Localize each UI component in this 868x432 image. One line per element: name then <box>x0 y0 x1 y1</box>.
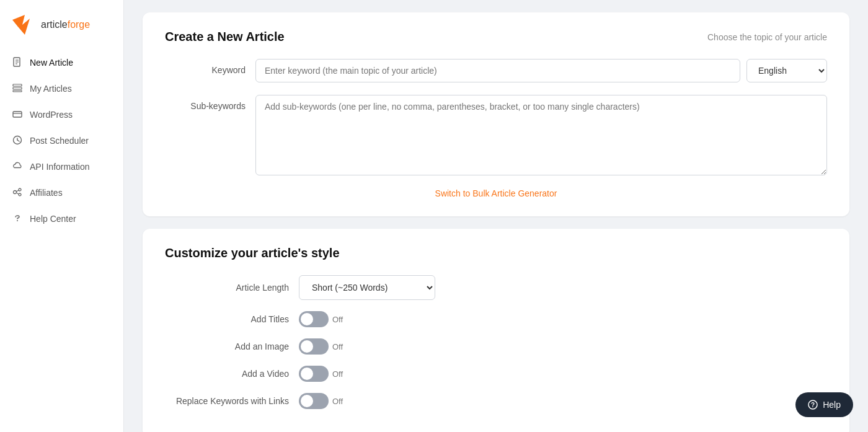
add-video-off-text: Off <box>332 369 343 379</box>
clock-icon <box>12 135 24 146</box>
add-video-slider <box>299 366 329 382</box>
add-image-slider <box>299 338 329 355</box>
replace-keywords-toggle[interactable] <box>299 393 329 409</box>
add-video-toggle-wrap: Off <box>299 366 343 382</box>
sidebar-item-wordpress[interactable]: WordPress <box>0 102 123 128</box>
svg-line-17 <box>17 193 19 194</box>
replace-keywords-label: Replace Keywords with Links <box>165 395 289 407</box>
subkeywords-label: Sub-keywords <box>165 95 246 111</box>
sidebar-item-label-api-information: API Information <box>30 162 90 172</box>
sidebar-item-label-new-article: New Article <box>30 58 73 68</box>
logo-area: articleforge <box>0 10 123 50</box>
help-circle-icon: ? <box>808 400 818 410</box>
sidebar-item-label-post-scheduler: Post Scheduler <box>30 136 89 146</box>
replace-keywords-row: Replace Keywords with Links Off <box>165 393 827 409</box>
keyword-input[interactable] <box>255 59 740 82</box>
sidebar-item-post-scheduler[interactable]: Post Scheduler <box>0 128 123 154</box>
main-content: Create a New Article Choose the topic of… <box>124 0 868 432</box>
create-card-title: Create a New Article <box>165 30 285 44</box>
subkeywords-row: Sub-keywords <box>165 95 827 175</box>
language-select[interactable]: EnglishSpanishFrenchGermanItalianPortugu… <box>746 59 827 82</box>
document-icon <box>12 57 24 68</box>
svg-line-16 <box>17 190 19 192</box>
switch-to-bulk-link[interactable]: Switch to Bulk Article Generator <box>435 188 557 198</box>
add-titles-toggle[interactable] <box>299 311 329 327</box>
sidebar-item-label-help-center: Help Center <box>30 214 76 224</box>
affiliates-icon <box>12 187 24 198</box>
svg-text:?: ? <box>811 402 815 408</box>
add-video-toggle[interactable] <box>299 366 329 382</box>
keyword-row: Keyword EnglishSpanishFrenchGermanItalia… <box>165 59 827 82</box>
nav-list: New Article My Articles WordPress Post S… <box>0 50 123 232</box>
create-article-card: Create a New Article Choose the topic of… <box>143 12 849 216</box>
customize-card-title: Customize your article's style <box>165 246 340 260</box>
add-image-toggle-wrap: Off <box>299 338 343 355</box>
add-titles-row: Add Titles Off <box>165 311 827 327</box>
add-titles-off-text: Off <box>332 315 343 324</box>
add-image-off-text: Off <box>332 342 343 351</box>
svg-point-13 <box>14 191 17 194</box>
svg-rect-5 <box>13 84 22 86</box>
replace-keywords-off-text: Off <box>332 397 343 406</box>
switch-link-wrap: Switch to Bulk Article Generator <box>165 188 827 199</box>
sidebar-item-api-information[interactable]: API Information <box>0 154 123 180</box>
article-length-label: Article Length <box>165 283 289 293</box>
svg-rect-7 <box>13 90 22 92</box>
sidebar-item-label-wordpress: WordPress <box>30 110 73 120</box>
replace-keywords-toggle-wrap: Off <box>299 393 343 409</box>
svg-marker-0 <box>12 15 30 35</box>
sidebar: articleforge New Article My Articles Wor… <box>0 0 124 432</box>
article-length-select[interactable]: Short (~250 Words)Medium (~500 Words)Lon… <box>299 275 435 300</box>
sidebar-item-label-affiliates: Affiliates <box>30 188 63 198</box>
svg-point-18 <box>17 220 18 221</box>
add-image-row: Add an Image Off <box>165 338 827 355</box>
sidebar-item-label-my-articles: My Articles <box>30 84 72 94</box>
logo-icon <box>12 15 37 35</box>
article-length-row: Article Length Short (~250 Words)Medium … <box>165 275 827 300</box>
replace-keywords-slider <box>299 393 329 409</box>
svg-point-14 <box>19 188 21 191</box>
help-icon <box>12 213 24 224</box>
add-titles-label: Add Titles <box>165 314 289 324</box>
add-video-label: Add a Video <box>165 369 289 379</box>
wordpress-icon <box>12 109 24 120</box>
cloud-icon <box>12 161 24 172</box>
help-button[interactable]: ? Help <box>795 392 853 417</box>
customize-card-header: Customize your article's style <box>165 246 827 260</box>
svg-point-15 <box>19 193 21 196</box>
sidebar-item-my-articles[interactable]: My Articles <box>0 76 123 102</box>
add-video-row: Add a Video Off <box>165 366 827 382</box>
sidebar-item-new-article[interactable]: New Article <box>0 50 123 76</box>
add-image-label: Add an Image <box>165 342 289 351</box>
subkeywords-controls <box>255 95 827 175</box>
svg-rect-8 <box>13 112 22 117</box>
keyword-label: Keyword <box>165 59 246 75</box>
subkeywords-textarea[interactable] <box>255 95 827 175</box>
add-titles-slider <box>299 311 329 327</box>
sidebar-item-help-center[interactable]: Help Center <box>0 206 123 232</box>
add-titles-toggle-wrap: Off <box>299 311 343 327</box>
logo-text: articleforge <box>41 19 90 30</box>
create-card-subtitle: Choose the topic of your article <box>707 32 827 42</box>
keyword-controls: EnglishSpanishFrenchGermanItalianPortugu… <box>255 59 827 82</box>
sidebar-item-affiliates[interactable]: Affiliates <box>0 180 123 206</box>
customize-card: Customize your article's style Article L… <box>143 229 849 432</box>
svg-line-12 <box>17 140 19 141</box>
help-button-label: Help <box>823 400 841 410</box>
add-image-toggle[interactable] <box>299 338 329 355</box>
list-icon <box>12 83 24 94</box>
svg-rect-6 <box>13 87 22 89</box>
create-card-header: Create a New Article Choose the topic of… <box>165 30 827 44</box>
